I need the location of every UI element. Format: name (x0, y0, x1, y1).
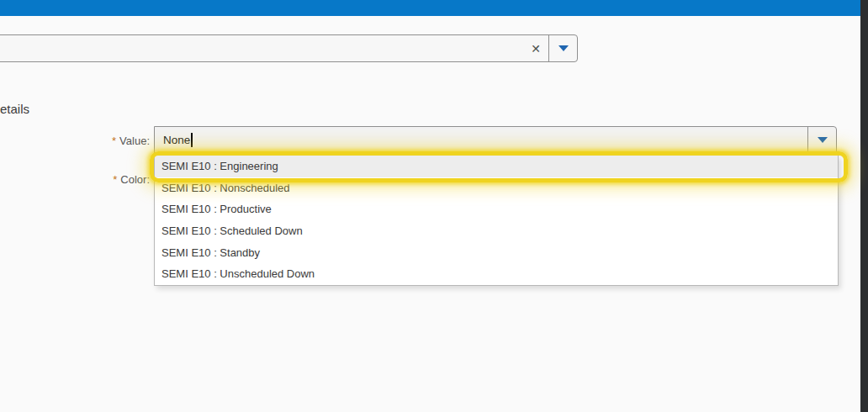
clear-button[interactable]: ✕ (523, 35, 548, 61)
color-label: *Color: (50, 173, 150, 186)
option-semi-e10-unscheduled-down[interactable]: SEMI E10 : Unscheduled Down (155, 263, 838, 285)
filter-dropdown-toggle[interactable] (549, 35, 577, 61)
app-header-bar (0, 0, 860, 16)
chevron-down-icon (818, 137, 828, 143)
chevron-down-icon (558, 45, 569, 51)
required-marker: * (112, 135, 116, 147)
filter-input[interactable] (0, 35, 523, 61)
text-caret (191, 133, 193, 147)
value-label-text: Value: (119, 135, 150, 147)
clear-icon: ✕ (531, 42, 541, 55)
filter-combobox[interactable]: ✕ (0, 34, 578, 62)
option-semi-e10-scheduled-down[interactable]: SEMI E10 : Scheduled Down (155, 220, 838, 242)
option-semi-e10-engineering[interactable]: SEMI E10 : Engineering (155, 156, 838, 177)
option-semi-e10-nonscheduled[interactable]: SEMI E10 : Nonscheduled (155, 177, 838, 199)
value-input[interactable]: None (155, 127, 807, 153)
value-label: *Value: (50, 135, 150, 147)
value-option-list: SEMI E10 : Engineering SEMI E10 : Nonsch… (154, 155, 839, 286)
value-combobox[interactable]: None (154, 126, 837, 154)
dark-edge-panel (860, 0, 868, 412)
required-marker: * (113, 173, 117, 186)
option-semi-e10-standby[interactable]: SEMI E10 : Standby (155, 242, 838, 264)
color-label-text: Color: (120, 173, 150, 186)
value-dropdown-toggle[interactable] (808, 127, 836, 153)
value-input-text: None (163, 134, 190, 146)
option-semi-e10-productive[interactable]: SEMI E10 : Productive (155, 198, 838, 220)
section-title-partial: etails (0, 102, 29, 116)
